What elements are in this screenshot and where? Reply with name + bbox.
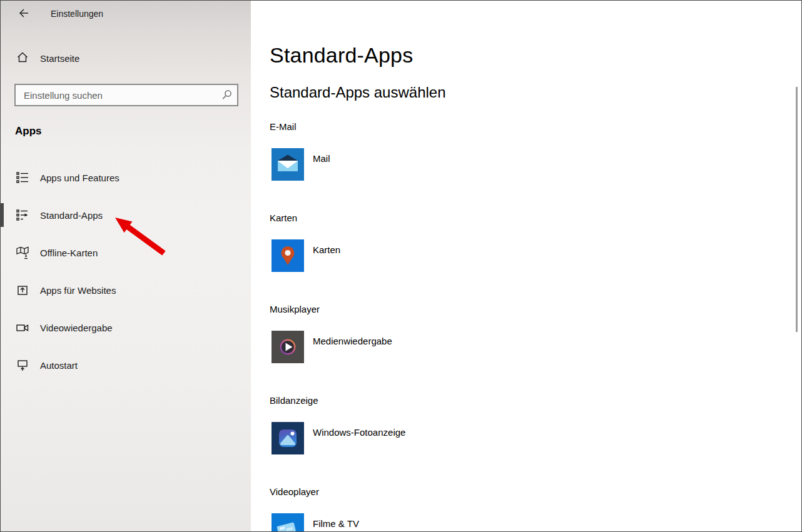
category-label: Karten [270,212,532,224]
sidebar-item-offline-maps[interactable]: Offline-Karten [1,240,251,265]
default-section-music: Musikplayer Medienwiedergabe [270,303,532,394]
maps-app-icon [272,239,304,272]
sidebar-item-apps-for-websites[interactable]: Apps für Websites [1,278,251,303]
sidebar-nav: Apps und Features Standard-Apps [1,165,251,390]
search-icon [220,89,233,104]
default-app-maps[interactable]: Karten [272,239,340,272]
category-label: E-Mail [270,121,532,133]
home-icon [16,50,29,66]
sidebar-item-apps-features[interactable]: Apps und Features [1,165,251,190]
page-title: Standard-Apps [270,43,413,68]
sidebar-item-label: Standard-Apps [40,210,103,221]
settings-window: Einstellungen Startseite Apps [0,0,802,532]
app-name: Filme & TV [313,518,359,529]
category-label: Bildanzeige [270,394,532,407]
default-app-photos[interactable]: Windows-Fotoanzeige [272,422,405,454]
sidebar-item-home[interactable]: Startseite [16,50,79,66]
sidebar-item-standard-apps[interactable]: Standard-Apps [1,203,251,228]
default-section-maps: Karten Karten [270,212,532,303]
media-player-app-icon [272,331,304,363]
sidebar-item-label: Videowiedergabe [40,323,113,333]
default-section-photos: Bildanzeige Windows-Fotoanzeige [270,394,532,486]
sidebar-section-heading: Apps [15,125,42,138]
movies-tv-app-icon [272,513,304,532]
category-label: Musikplayer [270,303,532,316]
main-content: Standard-Apps Standard-Apps auswählen E-… [251,1,801,531]
app-name: Windows-Fotoanzeige [313,427,405,438]
default-app-music[interactable]: Medienwiedergabe [272,331,392,363]
mail-app-icon [272,148,304,181]
default-section-email: E-Mail Mail [270,121,532,212]
category-label: Videoplayer [270,486,532,498]
startup-icon [16,358,29,372]
sidebar: Einstellungen Startseite Apps [1,1,251,531]
home-label: Startseite [40,53,79,64]
app-name: Mail [313,153,330,164]
app-name: Karten [313,244,340,255]
apps-for-websites-icon [16,283,29,297]
sidebar-item-label: Offline-Karten [40,248,98,258]
settings-search [14,84,238,106]
sidebar-item-video-playback[interactable]: Videowiedergabe [1,315,251,340]
default-section-video: Videoplayer Filme & TV [270,486,532,532]
offline-maps-icon [16,246,29,259]
sidebar-item-label: Autostart [40,360,78,371]
default-app-video[interactable]: Filme & TV [272,513,359,532]
sidebar-item-startup[interactable]: Autostart [1,353,251,378]
back-button[interactable] [9,4,38,23]
apps-features-icon [16,171,29,184]
default-app-email[interactable]: Mail [272,148,330,181]
sidebar-item-label: Apps für Websites [40,285,116,296]
photos-app-icon [272,422,304,454]
video-playback-icon [16,321,29,334]
section-title: Standard-Apps auswählen [270,84,446,101]
search-input[interactable] [14,84,238,106]
default-apps-icon [16,208,29,222]
app-name: Medienwiedergabe [313,336,392,346]
window-title: Einstellungen [51,9,103,19]
back-arrow-icon [18,7,30,21]
default-apps-list: E-Mail Mail Karten [270,121,532,532]
sidebar-item-label: Apps und Features [40,173,119,183]
vertical-scrollbar[interactable] [796,87,798,332]
